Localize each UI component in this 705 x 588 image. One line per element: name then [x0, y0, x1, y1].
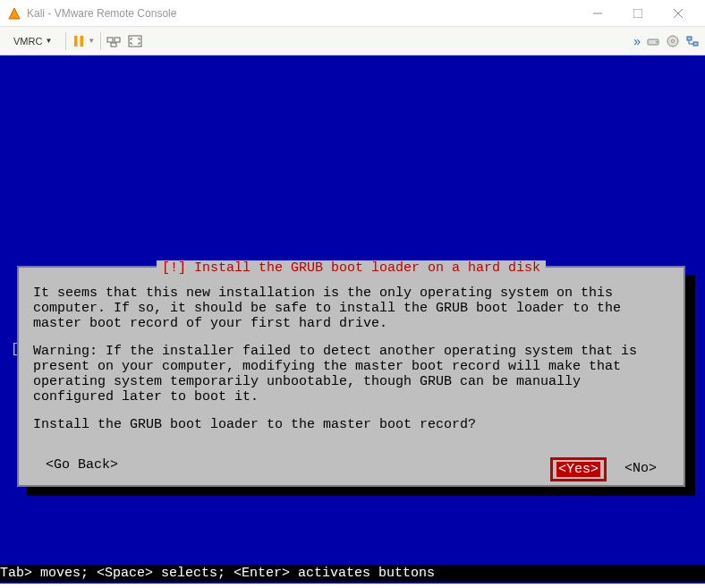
svg-rect-9 — [129, 36, 141, 47]
minimize-button[interactable] — [577, 1, 617, 26]
fullscreen-icon[interactable] — [128, 34, 142, 48]
close-button[interactable] — [658, 1, 698, 26]
yes-button-highlight: <Yes> — [550, 457, 607, 481]
dialog-paragraph: Warning: If the installer failed to dete… — [33, 344, 669, 405]
dropdown-icon: ▼ — [45, 37, 52, 45]
device-network-icon[interactable] — [685, 34, 700, 48]
toolbar-separator — [100, 32, 101, 50]
maximize-button[interactable] — [617, 1, 658, 26]
yes-button[interactable]: <Yes> — [556, 462, 600, 477]
vmrc-label: VMRC — [13, 36, 42, 47]
grub-install-dialog: [!] Install the GRUB boot loader on a ha… — [17, 266, 685, 487]
no-button[interactable]: <No> — [624, 457, 657, 481]
dropdown-icon: ▼ — [88, 37, 95, 45]
vmrc-menu-button[interactable]: VMRC ▼ — [5, 31, 60, 51]
toolbar-separator — [65, 32, 66, 50]
dialog-title: [!] Install the GRUB boot loader on a ha… — [157, 260, 546, 276]
dialog-paragraph: It seems that this new installation is t… — [33, 285, 669, 331]
send-cad-icon[interactable] — [106, 34, 121, 48]
svg-rect-5 — [81, 36, 84, 47]
svg-rect-15 — [693, 42, 698, 46]
toolbar-right: » — [633, 34, 700, 48]
connect-arrows-icon[interactable]: » — [633, 34, 641, 48]
dialog-body: It seems that this new installation is t… — [19, 268, 684, 456]
window-controls — [577, 1, 698, 26]
device-disk-icon[interactable] — [646, 34, 660, 48]
dialog-button-row: <Go Back> <Yes> <No> — [19, 456, 684, 481]
svg-rect-6 — [107, 38, 113, 42]
svg-rect-14 — [687, 37, 692, 40]
svg-point-13 — [672, 39, 675, 42]
svg-rect-7 — [115, 38, 120, 42]
go-back-button[interactable]: <Go Back> — [46, 457, 118, 481]
device-cd-icon[interactable] — [666, 34, 680, 48]
spacer — [118, 457, 550, 481]
status-bar: Tab> moves; <Space> selects; <Enter> act… — [0, 565, 705, 582]
pause-button[interactable] — [72, 34, 86, 48]
window-title: Kali - VMware Remote Console — [27, 7, 577, 20]
svg-point-11 — [656, 41, 658, 43]
svg-rect-8 — [111, 43, 116, 47]
svg-rect-1 — [633, 9, 642, 18]
window-titlebar: Kali - VMware Remote Console — [0, 0, 705, 27]
toolbar: VMRC ▼ ▼ » — [0, 27, 705, 55]
app-icon — [7, 6, 21, 21]
console-area[interactable]: [ [!] Install the GRUB boot loader on a … — [0, 55, 705, 584]
svg-rect-4 — [74, 36, 78, 47]
dialog-question: Install the GRUB boot loader to the mast… — [33, 417, 669, 432]
